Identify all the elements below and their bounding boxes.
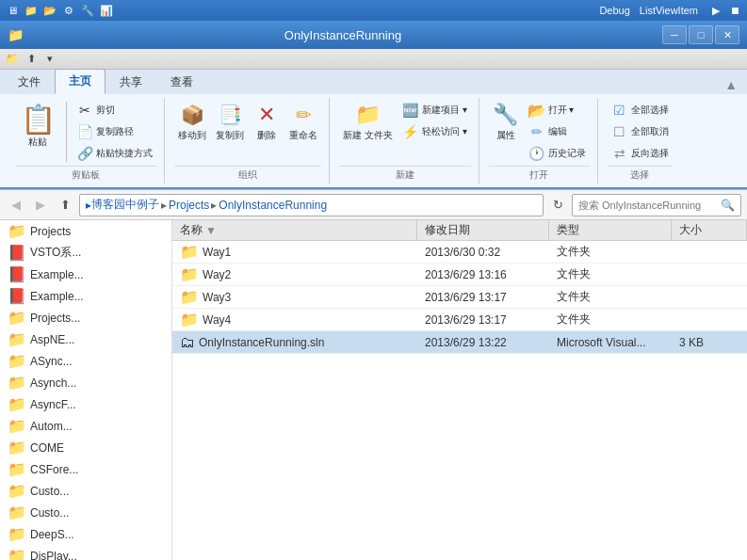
search-icon[interactable]: 🔍 (721, 199, 735, 212)
paste-shortcut-button[interactable]: 🔗 粘贴快捷方式 (73, 143, 156, 164)
taskbar-icon-2[interactable]: 📁 (23, 2, 40, 19)
table-row[interactable]: 📁 Way3 2013/6/29 13:17 文件夹 (172, 286, 747, 309)
breadcrumb-1[interactable]: 博客园中例子 (91, 197, 159, 213)
edit-button[interactable]: ✏ 编辑 (525, 121, 590, 142)
table-row[interactable]: 📁 Way2 2013/6/29 13:16 文件夹 (172, 264, 747, 286)
move-button[interactable]: 📦 移动到 (174, 100, 210, 144)
sidebar-item-14[interactable]: 📁 DeepS... (0, 523, 171, 545)
breadcrumb-2[interactable]: Projects (169, 199, 209, 212)
file-name-3: Way4 (203, 313, 231, 327)
qt-folder-icon[interactable]: 📁 (4, 51, 21, 68)
title-bar-left: 📁 (8, 27, 24, 42)
sidebar-item-0[interactable]: 📁 Projects (0, 220, 171, 242)
col-header-size[interactable]: 大小 (672, 220, 747, 240)
new-folder-button[interactable]: 📁 新建 文件夹 (339, 100, 397, 144)
breadcrumb-3[interactable]: OnlyInstanceRunning (219, 199, 327, 212)
select-all-icon: ☑ (611, 102, 628, 119)
tab-home[interactable]: 主页 (55, 69, 106, 94)
table-row[interactable]: 📁 Way1 2013/6/30 0:32 文件夹 (172, 241, 747, 264)
table-row[interactable]: 📁 Way4 2013/6/29 13:17 文件夹 (172, 309, 747, 331)
select-invert-button[interactable]: ⇄ 反向选择 (608, 143, 673, 164)
sidebar-item-10[interactable]: 📁 COME (0, 437, 171, 458)
delete-button[interactable]: ✕ 删除 (250, 100, 284, 144)
select-all-button[interactable]: ☑ 全部选择 (608, 100, 673, 120)
tab-view[interactable]: 查看 (156, 70, 207, 94)
table-row[interactable]: 🗂 OnlyInstanceRunning.sln 2013/6/29 13:2… (172, 331, 747, 354)
new-project-label: 新建项目 ▾ (422, 104, 467, 117)
file-cell-size-4: 3 KB (672, 336, 747, 349)
maximize-button[interactable]: □ (689, 25, 713, 44)
folder-icon-13: 📁 (8, 504, 26, 521)
search-bar[interactable]: 🔍 (572, 194, 741, 216)
file-icon-4: 🗂 (180, 334, 195, 351)
taskbar-icon-5[interactable]: 🔧 (79, 2, 96, 19)
minimize-button[interactable]: ─ (662, 25, 687, 44)
ribbon-collapse[interactable]: ▲ (719, 75, 743, 94)
col-date-label: 修改日期 (425, 222, 470, 238)
copy-button[interactable]: 📑 复制到 (212, 100, 248, 144)
ribbon-tab-bar: 文件 主页 共享 查看 ▲ (0, 70, 747, 94)
file-area: 名称 ▼ 修改日期 类型 大小 📁 Way1 2013/6/30 0:32 文 (172, 220, 747, 560)
sidebar: 📁 Projects 📕 VSTO系... 📕 Example... 📕 Exa… (0, 220, 172, 560)
organize-label: 组织 (174, 166, 321, 182)
window-icon: 📁 (8, 27, 24, 42)
open-button[interactable]: 📂 打开 ▾ (525, 100, 590, 120)
props-button[interactable]: 🔧 属性 (489, 100, 523, 144)
address-bar[interactable]: ▸ 博客园中例子 ▸ Projects ▸ OnlyInstanceRunnin… (79, 194, 544, 216)
col-header-date[interactable]: 修改日期 (417, 220, 549, 240)
close-button[interactable]: ✕ (715, 25, 739, 44)
select-cancel-button[interactable]: ☐ 全部取消 (608, 121, 673, 142)
run-button[interactable]: ▶ (707, 2, 724, 19)
sidebar-item-label-5: AspNE... (30, 333, 74, 346)
sidebar-item-13[interactable]: 📁 Custo... (0, 502, 171, 523)
ribbon-content: 📋 粘贴 ✂ 剪切 📄 复制路径 🔗 粘贴快捷方式 (0, 94, 747, 189)
stop-button[interactable]: ⏹ (726, 2, 743, 19)
back-button[interactable]: ◀ (6, 195, 26, 216)
qt-dropdown-icon[interactable]: ▾ (41, 51, 58, 68)
cut-button[interactable]: ✂ 剪切 (73, 100, 156, 120)
sidebar-item-4[interactable]: 📁 Projects... (0, 307, 171, 328)
col-header-name[interactable]: 名称 ▼ (172, 220, 417, 240)
tab-share[interactable]: 共享 (106, 70, 156, 94)
sidebar-item-12[interactable]: 📁 Custo... (0, 480, 171, 502)
paste-button[interactable]: 📋 粘贴 (15, 100, 60, 151)
rename-button[interactable]: ✏ 重命名 (285, 100, 321, 144)
window-title: OnlyInstanceRunning (24, 28, 662, 42)
taskbar-icon-1[interactable]: 🖥 (4, 2, 21, 19)
file-icon-0: 📁 (180, 243, 199, 261)
tab-file[interactable]: 文件 (4, 70, 55, 94)
qt-up-icon[interactable]: ⬆ (23, 51, 40, 68)
clipboard-label: 剪贴板 (15, 166, 156, 182)
history-button[interactable]: 🕐 历史记录 (525, 143, 590, 164)
taskbar-icon-4[interactable]: ⚙ (60, 2, 77, 19)
select-cancel-label: 全部取消 (631, 125, 669, 138)
sidebar-item-9[interactable]: 📁 Autom... (0, 415, 171, 437)
sidebar-item-5[interactable]: 📁 AspNE... (0, 328, 171, 350)
sidebar-item-label-7: Asynch... (30, 376, 76, 390)
search-input[interactable] (578, 200, 717, 211)
copy-path-button[interactable]: 📄 复制路径 (73, 121, 156, 142)
sidebar-item-1[interactable]: 📕 VSTO系... (0, 242, 171, 264)
sidebar-item-15[interactable]: 📁 DisPlay... (0, 545, 171, 560)
taskbar-icon-6[interactable]: 📊 (98, 2, 115, 19)
sidebar-item-6[interactable]: 📁 ASync... (0, 350, 171, 372)
up-button[interactable]: ⬆ (55, 195, 75, 216)
easy-access-button[interactable]: ⚡ 轻松访问 ▾ (398, 121, 471, 142)
taskbar-icon-3[interactable]: 📂 (41, 2, 58, 19)
file-cell-type-0: 文件夹 (549, 244, 672, 260)
sidebar-item-11[interactable]: 📁 CSFore... (0, 458, 171, 480)
move-icon: 📦 (179, 102, 205, 128)
sidebar-item-2[interactable]: 📕 Example... (0, 264, 171, 285)
sidebar-item-7[interactable]: 📁 Asynch... (0, 372, 171, 393)
file-cell-type-1: 文件夹 (549, 266, 672, 282)
col-type-label: 类型 (557, 222, 579, 238)
folder-icon-12: 📁 (8, 482, 26, 500)
new-label: 新建 (339, 166, 471, 182)
sidebar-item-3[interactable]: 📕 Example... (0, 285, 171, 307)
sidebar-item-8[interactable]: 📁 AsyncF... (0, 393, 171, 415)
new-project-button[interactable]: 🆕 新建项目 ▾ (398, 100, 471, 120)
forward-button[interactable]: ▶ (30, 195, 51, 216)
col-header-type[interactable]: 类型 (549, 220, 672, 240)
sidebar-item-label-14: DeepS... (30, 528, 74, 541)
refresh-button[interactable]: ↻ (547, 195, 568, 216)
